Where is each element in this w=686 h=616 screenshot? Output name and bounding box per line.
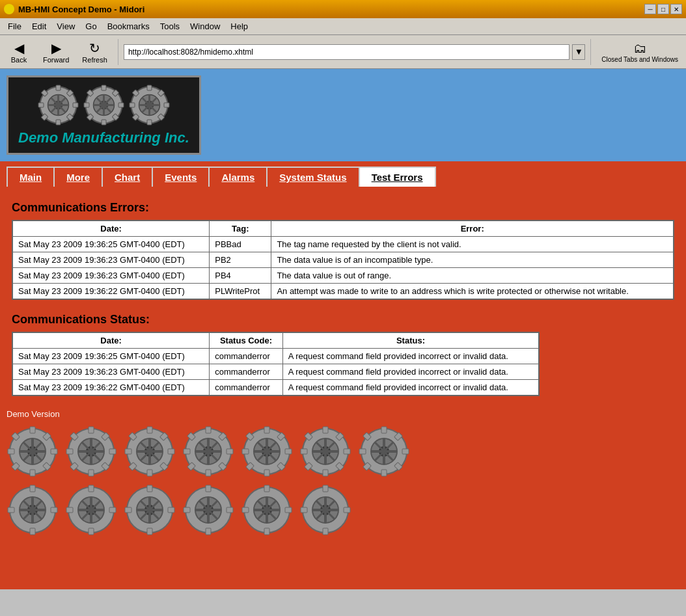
tab-system-status[interactable]: System Status bbox=[268, 167, 359, 187]
back-label: Back bbox=[11, 56, 27, 64]
closed-tabs-icon: 🗂 bbox=[633, 41, 646, 56]
footer-gear-10 bbox=[124, 484, 176, 536]
footer-gear-12 bbox=[241, 484, 293, 536]
errors-table: Date: Tag: Error: Sat May 23 2009 19:36:… bbox=[12, 220, 674, 300]
footer-area: Demo Version bbox=[0, 403, 686, 546]
svg-rect-101 bbox=[206, 470, 211, 476]
svg-rect-217 bbox=[301, 507, 307, 513]
errors-date-0: Sat May 23 2009 19:36:25 GMT-0400 (EDT) bbox=[12, 237, 210, 252]
refresh-button[interactable]: ↻ Refresh bbox=[77, 39, 113, 65]
footer-gear-row-1 bbox=[7, 422, 679, 481]
title-bar: MB-HMI Concept Demo - Midori ─ □ ✕ bbox=[0, 0, 686, 18]
svg-rect-87 bbox=[125, 449, 131, 454]
back-button[interactable]: ◀ Back bbox=[3, 39, 35, 65]
footer-gear-2 bbox=[65, 425, 117, 477]
svg-rect-116 bbox=[264, 470, 269, 476]
svg-rect-85 bbox=[147, 427, 152, 433]
svg-rect-215 bbox=[323, 485, 328, 492]
closed-tabs-button[interactable]: 🗂 Closed Tabs and Windows bbox=[596, 40, 683, 64]
close-button[interactable]: ✕ bbox=[670, 4, 682, 14]
svg-rect-160 bbox=[30, 485, 35, 492]
svg-rect-185 bbox=[168, 507, 174, 513]
svg-rect-162 bbox=[8, 507, 14, 513]
footer-gear-8 bbox=[7, 484, 59, 536]
footer-gear-13 bbox=[299, 484, 351, 536]
logo-company-name: Demo Manufacturing Inc. bbox=[18, 129, 189, 146]
errors-error-1: The data value is of an incompatible typ… bbox=[271, 252, 674, 268]
status-col-date: Date: bbox=[12, 332, 210, 349]
status-status-0: A request command field provided incorre… bbox=[282, 349, 539, 364]
footer-gear-1 bbox=[7, 425, 59, 477]
svg-rect-57 bbox=[8, 449, 14, 454]
status-col-status: Status: bbox=[282, 332, 539, 349]
errors-col-tag: Tag: bbox=[210, 221, 271, 237]
svg-rect-115 bbox=[264, 427, 269, 433]
status-row-2: Sat May 23 2009 19:36:22 GMT-0400 (EDT) … bbox=[12, 380, 539, 396]
svg-rect-183 bbox=[147, 528, 152, 535]
status-status-2: A request command field provided incorre… bbox=[282, 380, 539, 396]
svg-rect-184 bbox=[125, 507, 131, 513]
menu-tools[interactable]: Tools bbox=[155, 20, 185, 33]
status-col-code: Status Code: bbox=[210, 332, 282, 349]
svg-rect-117 bbox=[242, 449, 249, 454]
window-title: MB-HMI Concept Demo - Midori bbox=[18, 5, 144, 14]
maximize-button[interactable]: □ bbox=[657, 4, 669, 14]
svg-rect-56 bbox=[30, 470, 35, 476]
svg-rect-172 bbox=[89, 528, 94, 535]
footer-gear-9 bbox=[65, 484, 117, 536]
forward-button[interactable]: ▶ Forward bbox=[38, 39, 74, 65]
svg-rect-86 bbox=[147, 470, 152, 476]
closed-tabs-label: Closed Tabs and Windows bbox=[601, 56, 678, 63]
minimize-button[interactable]: ─ bbox=[644, 4, 656, 14]
menu-bookmarks[interactable]: Bookmarks bbox=[102, 20, 155, 33]
svg-rect-103 bbox=[226, 449, 233, 454]
errors-row-0: Sat May 23 2009 19:36:25 GMT-0400 (EDT) … bbox=[12, 237, 674, 252]
logo-gear-3 bbox=[128, 84, 171, 126]
footer-gear-6 bbox=[299, 425, 351, 477]
svg-rect-131 bbox=[323, 470, 328, 476]
svg-rect-194 bbox=[206, 528, 211, 535]
svg-rect-70 bbox=[89, 427, 94, 433]
tab-main[interactable]: Main bbox=[7, 167, 55, 187]
svg-rect-146 bbox=[381, 470, 387, 476]
status-date-1: Sat May 23 2009 19:36:23 GMT-0400 (EDT) bbox=[12, 364, 210, 380]
toolbar: ◀ Back ▶ Forward ↻ Refresh ▼ 🗂 Closed Ta… bbox=[0, 35, 686, 69]
svg-rect-41 bbox=[147, 120, 152, 125]
menu-view[interactable]: View bbox=[51, 20, 80, 33]
errors-date-2: Sat May 23 2009 19:36:23 GMT-0400 (EDT) bbox=[12, 268, 210, 284]
tab-events[interactable]: Events bbox=[153, 167, 210, 187]
errors-row-3: Sat May 23 2009 19:36:22 GMT-0400 (EDT) … bbox=[12, 284, 674, 300]
errors-col-date: Date: bbox=[12, 221, 210, 237]
menu-edit[interactable]: Edit bbox=[27, 20, 51, 33]
url-input[interactable] bbox=[124, 44, 569, 60]
tab-chart[interactable]: Chart bbox=[103, 167, 153, 187]
svg-rect-88 bbox=[168, 449, 174, 454]
tab-more[interactable]: More bbox=[55, 167, 103, 187]
svg-rect-193 bbox=[206, 485, 211, 492]
status-row-1: Sat May 23 2009 19:36:23 GMT-0400 (EDT) … bbox=[12, 364, 539, 380]
footer-gear-row-2 bbox=[7, 481, 679, 539]
menu-go[interactable]: Go bbox=[80, 20, 102, 33]
demo-version-label: Demo Version bbox=[7, 409, 679, 419]
errors-tag-1: PB2 bbox=[210, 252, 271, 268]
status-code-1: commanderror bbox=[210, 364, 282, 380]
refresh-icon: ↻ bbox=[89, 40, 100, 56]
status-code-2: commanderror bbox=[210, 380, 282, 396]
errors-date-1: Sat May 23 2009 19:36:23 GMT-0400 (EDT) bbox=[12, 252, 210, 268]
errors-tag-3: PLWriteProt bbox=[210, 284, 271, 300]
svg-rect-73 bbox=[109, 449, 116, 454]
svg-rect-218 bbox=[344, 507, 350, 513]
menu-help[interactable]: Help bbox=[225, 20, 253, 33]
svg-rect-43 bbox=[164, 103, 169, 107]
svg-rect-102 bbox=[184, 449, 190, 454]
menu-window[interactable]: Window bbox=[185, 20, 225, 33]
svg-rect-206 bbox=[242, 507, 249, 513]
svg-rect-216 bbox=[323, 528, 328, 535]
tab-test-errors[interactable]: Test Errors bbox=[360, 167, 436, 187]
forward-label: Forward bbox=[43, 56, 69, 64]
menu-file[interactable]: File bbox=[3, 20, 27, 33]
svg-rect-148 bbox=[402, 449, 409, 454]
url-dropdown-button[interactable]: ▼ bbox=[572, 44, 585, 60]
tab-alarms[interactable]: Alarms bbox=[210, 167, 268, 187]
toolbar-separator bbox=[118, 39, 118, 65]
